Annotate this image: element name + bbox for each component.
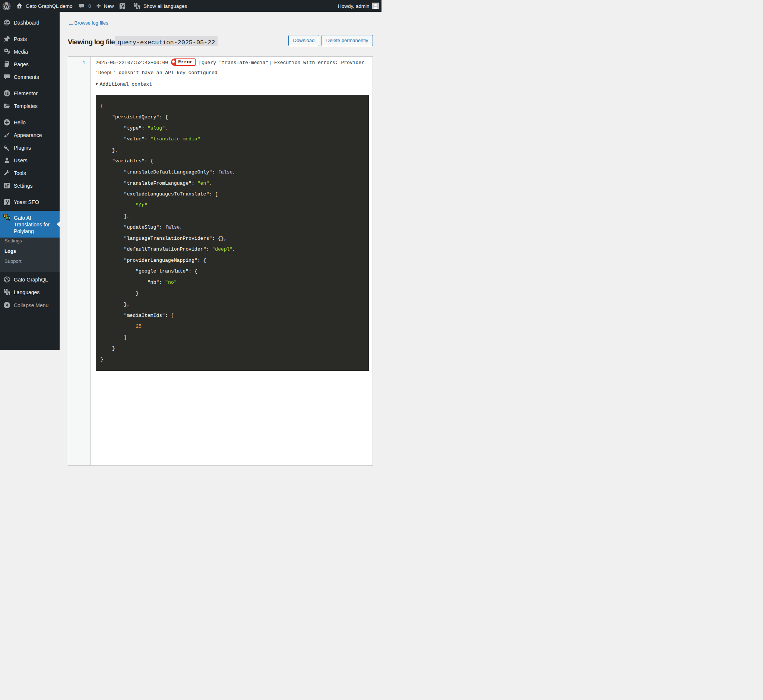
svg-text:W: W — [4, 3, 9, 9]
svg-text:A: A — [7, 217, 9, 219]
